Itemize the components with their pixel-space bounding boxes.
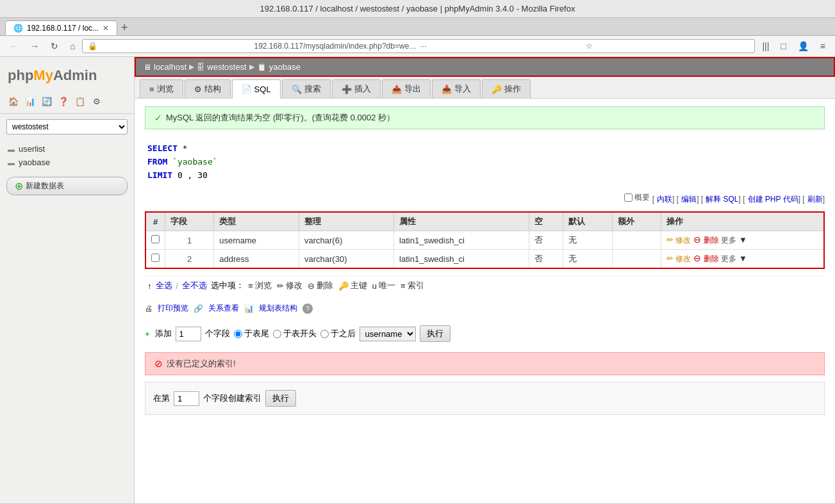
new-tab-button[interactable]: + — [121, 21, 128, 35]
tab-insert[interactable]: ➕ 插入 — [332, 79, 381, 98]
tab-close-button[interactable]: ✕ — [103, 24, 109, 33]
bulk-unique[interactable]: u 唯一 — [372, 280, 395, 291]
row2-more-link[interactable]: 更多 — [721, 254, 736, 263]
back-button[interactable]: ← — [5, 38, 23, 54]
row2-dropdown-icon[interactable]: ▼ — [739, 254, 747, 263]
forward-button[interactable]: → — [26, 38, 44, 54]
table-row: 2 address varchar(30) latin1_swedish_ci … — [145, 250, 824, 269]
sidebar-item-userlist[interactable]: ▬ userlist — [0, 142, 134, 156]
row1-more-link[interactable]: 更多 — [721, 236, 736, 245]
home-button[interactable]: ⌂ — [65, 38, 79, 54]
field-position-select[interactable]: username — [360, 327, 416, 341]
bulk-browse[interactable]: ≡ 浏览 — [248, 280, 272, 291]
select-all-link[interactable]: 全选 — [156, 280, 172, 291]
home-sidebar-icon[interactable]: 🏠 — [6, 94, 21, 108]
breadcrumb-westostest[interactable]: 🗄 westostest — [197, 62, 246, 72]
php-link[interactable]: 创建 PHP 代码 — [748, 195, 798, 204]
at-start-radio[interactable] — [273, 330, 281, 338]
refresh-link[interactable]: 刷新 — [807, 195, 823, 204]
row2-checkbox[interactable] — [145, 250, 165, 269]
table-icon: 📋 — [257, 63, 267, 72]
row1-null: 否 — [529, 231, 563, 250]
col-collation: 整理 — [299, 212, 394, 231]
help-icon[interactable]: ? — [302, 304, 313, 314]
db-icon-userlist: ▬ — [8, 145, 15, 153]
sql-sidebar-icon[interactable]: 📊 — [23, 94, 37, 108]
tab-browse[interactable]: ≡ 浏览 — [140, 79, 183, 98]
relations-link[interactable]: 关系查看 — [208, 303, 239, 314]
bulk-delete[interactable]: ⊖ 删除 — [308, 280, 333, 291]
tab-structure[interactable]: ⚙ 结构 — [185, 79, 231, 98]
relations-icon: 🔗 — [194, 304, 203, 313]
info-sidebar-icon[interactable]: ❓ — [56, 94, 70, 108]
row2-delete-link[interactable]: 删除 — [704, 254, 719, 263]
after-radio[interactable] — [320, 330, 329, 338]
print-preview-link[interactable]: 打印预览 — [158, 303, 188, 314]
summary-checkbox-label[interactable]: 概要 — [624, 192, 650, 203]
browse-tab-icon: ≡ — [149, 85, 154, 94]
menu-button[interactable]: ≡ — [816, 38, 830, 54]
browser-title: 192.168.0.117 / localhost / westostest /… — [260, 4, 575, 13]
edit-link[interactable]: 编辑 — [681, 195, 697, 204]
row1-checkbox[interactable] — [145, 231, 165, 250]
at-end-radio-label[interactable]: 于表尾 — [234, 328, 269, 339]
error-icon: ⊘ — [154, 358, 163, 370]
sql-select-keyword: SELECT — [147, 143, 178, 153]
index-count-input[interactable] — [174, 391, 199, 406]
bulk-primary[interactable]: 🔑 主键 — [338, 280, 367, 291]
browser-tab[interactable]: 🌐 192.168.0.117 / loc... ✕ — [5, 20, 117, 35]
settings-sidebar-icon[interactable]: ⚙ — [90, 94, 104, 108]
at-end-radio[interactable] — [234, 330, 242, 338]
database-select[interactable]: westostest — [6, 119, 128, 134]
bulk-index-icon: ≡ — [401, 281, 406, 291]
bookmark-list-button[interactable]: ||| — [757, 38, 773, 54]
row1-dropdown-icon[interactable]: ▼ — [739, 235, 747, 245]
row2-null: 否 — [529, 250, 563, 269]
sql-from-keyword: FROM — [147, 157, 167, 167]
breadcrumb-yaobase[interactable]: 📋 yaobase — [257, 62, 301, 72]
sql-line2: FROM `yaobase` — [147, 156, 822, 169]
at-start-radio-label[interactable]: 于表开头 — [273, 328, 317, 339]
account-button[interactable]: 👤 — [793, 38, 813, 54]
insert-tab-icon: ➕ — [342, 85, 352, 94]
tab-sql[interactable]: 📄 SQL — [232, 79, 281, 99]
row1-check[interactable] — [151, 235, 160, 243]
address-bar[interactable]: 🔒 192.168.0.117/mysqladmin/index.php?db=… — [82, 39, 755, 53]
bulk-delete-icon: ⊖ — [308, 281, 315, 291]
check-icon: ✓ — [154, 113, 162, 123]
tab-import[interactable]: 📥 导入 — [432, 79, 481, 98]
add-field-exec-button[interactable]: 执行 — [420, 325, 451, 342]
inline-link[interactable]: 内联 — [657, 195, 672, 204]
add-field-count-input[interactable] — [176, 327, 201, 341]
refresh-sidebar-icon[interactable]: 🔄 — [40, 94, 54, 108]
add-field-prefix: 添加 — [155, 328, 172, 339]
index-exec-button[interactable]: 执行 — [265, 390, 296, 407]
bulk-edit[interactable]: ✏ 修改 — [277, 280, 302, 291]
row1-edit-link[interactable]: 修改 — [675, 236, 691, 245]
tab-search[interactable]: 🔍 搜索 — [282, 79, 331, 98]
chart-link[interactable]: 规划表结构 — [259, 303, 297, 314]
bottom-toolbar: ↑ 全选 / 全不选 选中项： ≡ 浏览 ✏ 修改 ⊖ 删除 — [145, 275, 825, 295]
after-radio-label[interactable]: 于之后 — [320, 328, 356, 339]
reload-button[interactable]: ↻ — [46, 38, 63, 54]
db-select-container: westostest — [0, 114, 134, 140]
summary-checkbox[interactable] — [624, 193, 632, 202]
tab-export[interactable]: 📤 导出 — [382, 79, 431, 98]
downloads-button[interactable]: □ — [776, 38, 790, 54]
breadcrumb-localhost-label: localhost — [154, 62, 186, 72]
nav-tabs: ≡ 浏览 ⚙ 结构 📄 SQL 🔍 搜索 ➕ 插入 📤 导出 — [135, 77, 835, 99]
row2-check[interactable] — [151, 254, 160, 262]
bulk-index[interactable]: ≡ 索引 — [401, 280, 424, 291]
explain-link[interactable]: 解释 SQL — [706, 195, 738, 204]
new-table-button[interactable]: ⊕ 新建数据表 — [6, 177, 128, 195]
deselect-all-link[interactable]: 全不选 — [182, 280, 207, 291]
tab-operations[interactable]: 🔑 操作 — [482, 79, 531, 98]
breadcrumb-localhost[interactable]: 🖥 localhost — [144, 62, 186, 72]
sidebar-item-yaobase[interactable]: ▬ yaobase — [0, 156, 134, 169]
error-message: 没有已定义的索引! — [167, 358, 236, 370]
row1-delete-link[interactable]: 删除 — [704, 236, 719, 245]
table-row: 1 username varchar(6) latin1_swedish_ci … — [145, 231, 824, 250]
copy-sidebar-icon[interactable]: 📋 — [73, 94, 87, 108]
row2-edit-link[interactable]: 修改 — [675, 254, 691, 263]
structure-tab-label: 结构 — [204, 83, 221, 95]
